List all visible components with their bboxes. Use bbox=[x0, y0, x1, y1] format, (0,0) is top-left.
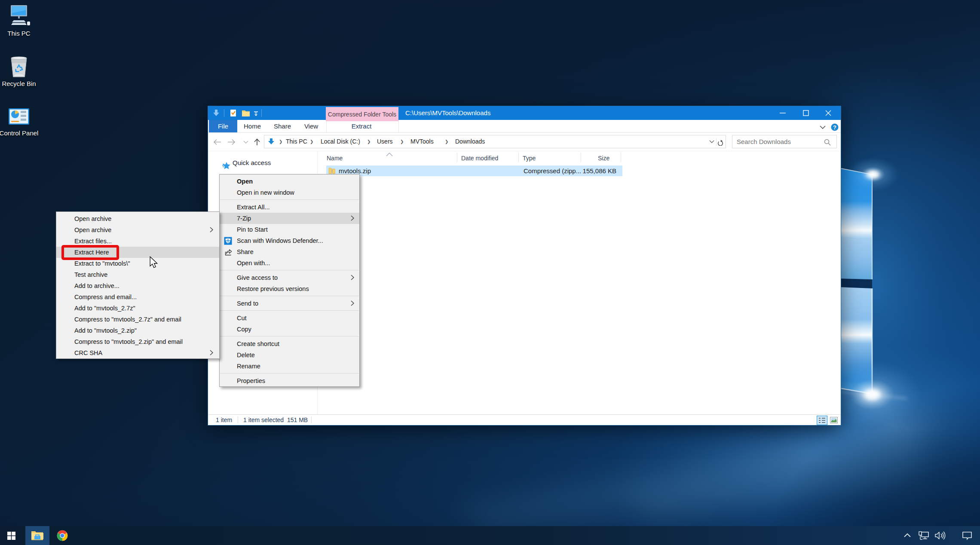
svg-text:?: ? bbox=[833, 124, 836, 131]
